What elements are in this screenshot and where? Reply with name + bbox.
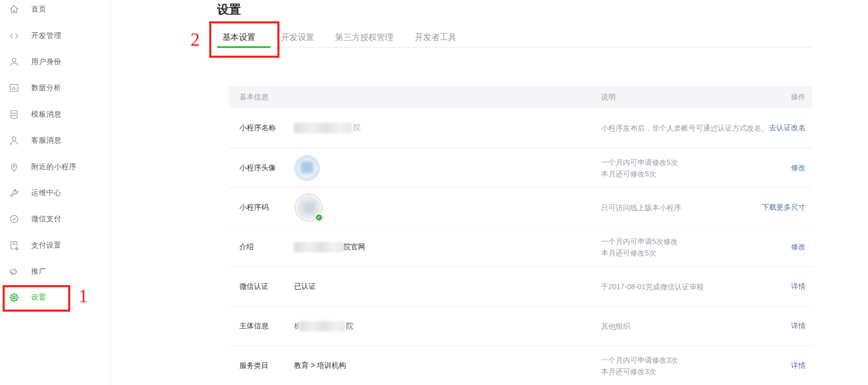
mini-program-code-image: ✓ <box>294 193 323 222</box>
location-pin-icon <box>8 161 20 173</box>
user-icon <box>8 56 20 68</box>
table-row: 小程序名称 院 小程序发布后，非个人类帐号可通过认证方式改名。 去认证改名 <box>229 108 812 148</box>
table-row: 介绍 院官网 一个月内可申请5次修改 本月还可修改5次 修改 <box>229 227 812 266</box>
sidebar-item-payment-settings[interactable]: 支付设置 <box>0 233 110 259</box>
tab-dev-settings[interactable]: 开发设置 <box>281 32 314 43</box>
miniprogram-name-value: 院 <box>294 123 601 133</box>
sidebar-item-home[interactable]: 首页 <box>0 0 110 22</box>
sidebar-item-template-message[interactable]: 模板消息 <box>0 101 110 127</box>
tabs-divider <box>217 47 812 48</box>
wechat-verification-value: 已认证 <box>294 282 601 291</box>
sidebar-item-label: 附近的小程序 <box>31 162 76 172</box>
redacted-text <box>294 123 352 133</box>
row-label: 小程序名称 <box>239 123 294 133</box>
sidebar-item-data-analysis[interactable]: 数据分析 <box>0 75 110 101</box>
row-description: 其他组织 <box>601 320 806 332</box>
row-description: 一个月内可申请修改3次 本月还可修改3次 <box>601 354 806 377</box>
gear-icon <box>8 291 20 304</box>
annotation-number-1: 1 <box>79 287 88 305</box>
modify-introduction-link[interactable]: 修改 <box>791 242 806 252</box>
avatar <box>294 155 320 181</box>
table-header: 基本信息 说明 操作 <box>229 86 812 108</box>
table-row: 小程序码 ✓ 只可访问线上版本小程序 下载更多尺寸 <box>229 187 812 227</box>
download-more-sizes-link[interactable]: 下载更多尺寸 <box>762 203 806 212</box>
tab-third-party-auth[interactable]: 第三方授权管理 <box>335 32 393 43</box>
customer-service-icon <box>8 134 20 147</box>
sidebar-item-label: 首页 <box>31 5 46 14</box>
row-label: 小程序头像 <box>239 163 294 173</box>
code-icon <box>8 30 20 42</box>
sidebar-item-label: 开发管理 <box>31 31 61 41</box>
sidebar-item-ops-center[interactable]: 运维中心 <box>0 180 110 206</box>
sidebar-item-nearby-miniprogram[interactable]: 附近的小程序 <box>0 153 110 179</box>
table-row: 主体信息 杭 院 其他组织 详情 <box>229 306 812 345</box>
partial-char: 杭 <box>294 322 299 331</box>
visible-text: 院官网 <box>343 242 365 252</box>
service-category-value: 教育 > 培训机构 <box>294 361 601 370</box>
table-row: 服务类目 教育 > 培训机构 一个月内可申请修改3次 本月还可修改3次 详情 <box>229 345 812 385</box>
row-label: 小程序码 <box>239 203 294 212</box>
redacted-text <box>299 321 345 331</box>
category-details-link[interactable]: 详情 <box>791 361 806 370</box>
active-tab-underline <box>217 46 271 48</box>
row-label: 服务类目 <box>239 361 294 370</box>
bar-chart-icon <box>8 82 20 94</box>
row-description: 于2017-08-01完成微信认证审核 <box>601 281 806 292</box>
payment-settings-icon <box>8 239 20 252</box>
sidebar-item-label: 支付设置 <box>31 241 61 250</box>
tab-basic-settings[interactable]: 基本设置 <box>222 32 256 43</box>
sidebar-nav: 首页 开发管理 用户身份 数据分析 模板消息 <box>0 0 110 311</box>
rename-via-verification-link[interactable]: 去认证改名 <box>769 123 806 133</box>
verification-details-link[interactable]: 详情 <box>791 282 806 291</box>
row-description: 一个月内可申请5次修改 本月还可修改5次 <box>601 236 806 259</box>
sidebar-item-dev-management[interactable]: 开发管理 <box>0 22 110 48</box>
visible-text: 院 <box>346 322 353 331</box>
annotation-number-2: 2 <box>190 30 200 49</box>
redacted-text <box>294 242 343 252</box>
row-label: 微信认证 <box>239 282 294 291</box>
template-message-icon <box>8 108 20 121</box>
home-icon <box>8 3 20 16</box>
subject-details-link[interactable]: 详情 <box>791 322 806 331</box>
sidebar-item-label: 设置 <box>31 293 46 302</box>
wechat-pay-icon <box>8 213 20 225</box>
wrench-icon <box>8 187 20 199</box>
sidebar-item-user-identity[interactable]: 用户身份 <box>0 49 110 75</box>
tab-developer-tools[interactable]: 开发者工具 <box>415 32 456 43</box>
sidebar-item-label: 推广 <box>31 267 46 276</box>
subject-info-value: 杭 院 <box>294 321 601 331</box>
page-title: 设置 <box>217 2 241 18</box>
table-row: 微信认证 已认证 于2017-08-01完成微信认证审核 详情 <box>229 266 812 306</box>
sidebar-item-label: 用户身份 <box>31 57 61 67</box>
partial-char: 院 <box>353 123 361 133</box>
sidebar-item-label: 客服消息 <box>31 136 61 145</box>
miniprogram-avatar-value <box>294 155 601 181</box>
sidebar: 首页 开发管理 用户身份 数据分析 模板消息 <box>0 0 111 385</box>
sidebar-item-settings[interactable]: 设置 <box>0 285 110 311</box>
basic-info-table: 基本信息 说明 操作 小程序名称 院 小程序发布后，非个人类帐号可通过认证方式改… <box>229 86 812 385</box>
header-basic-info: 基本信息 <box>239 93 294 102</box>
introduction-value: 院官网 <box>294 242 601 252</box>
header-action: 操作 <box>791 93 806 102</box>
sidebar-item-label: 微信支付 <box>31 214 61 224</box>
miniprogram-code-value: ✓ <box>294 193 601 222</box>
modify-avatar-link[interactable]: 修改 <box>791 163 806 173</box>
sidebar-item-label: 运维中心 <box>31 188 61 198</box>
sidebar-item-customer-service[interactable]: 客服消息 <box>0 127 110 153</box>
sidebar-item-promotion[interactable]: 推广 <box>0 259 110 285</box>
table-row: 小程序头像 一个月内可申请修改5次 本月还可修改5次 修改 <box>229 148 812 187</box>
megaphone-icon <box>8 265 20 278</box>
row-label: 介绍 <box>239 242 294 252</box>
verified-badge-icon: ✓ <box>315 213 323 222</box>
row-description: 一个月内可申请修改5次 本月还可修改5次 <box>601 157 806 179</box>
row-label: 主体信息 <box>239 322 294 331</box>
sidebar-item-label: 数据分析 <box>31 83 61 93</box>
sidebar-item-label: 模板消息 <box>31 110 61 119</box>
sidebar-item-wechat-pay[interactable]: 微信支付 <box>0 206 110 232</box>
header-description: 说明 <box>601 93 806 102</box>
